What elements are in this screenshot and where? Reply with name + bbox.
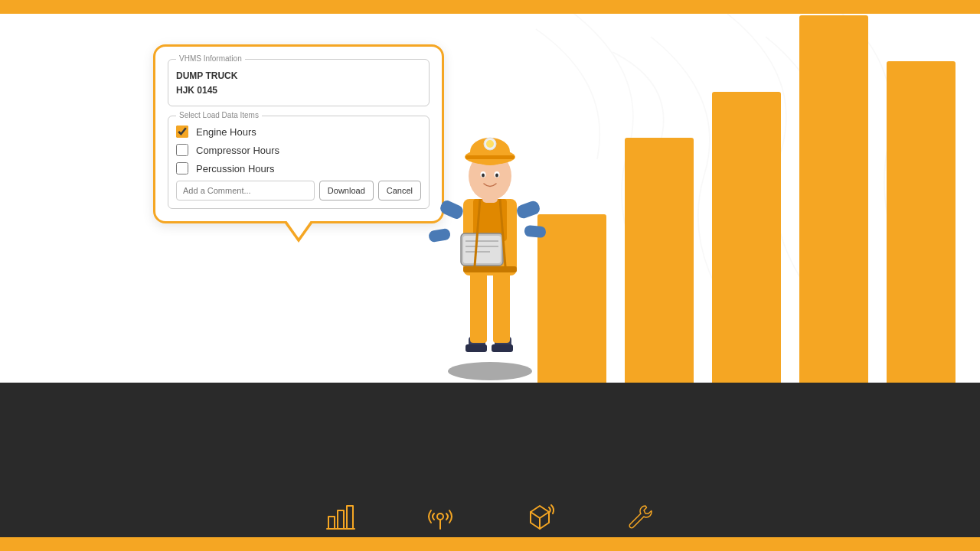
bar-5 (887, 61, 956, 383)
percussion-hours-label[interactable]: Percussion Hours (196, 163, 275, 174)
bottom-nav (0, 497, 980, 536)
svg-line-40 (540, 512, 549, 518)
comment-input[interactable] (176, 181, 315, 201)
action-row: Download Cancel (176, 181, 421, 201)
svg-point-0 (448, 362, 532, 380)
select-section-label: Select Load Data Items (176, 111, 262, 119)
wrench-icon (622, 500, 656, 533)
dialog-container: VHMS Information DUMP TRUCK HJK 0145 Sel… (153, 44, 444, 223)
svg-rect-6 (493, 268, 510, 343)
bar-2 (625, 138, 694, 383)
bar-4 (799, 15, 868, 383)
compressor-hours-label[interactable]: Compressor Hours (196, 145, 279, 156)
worker-illustration (413, 31, 567, 383)
chart-icon (324, 500, 358, 533)
svg-rect-11 (515, 199, 541, 220)
percussion-hours-checkbox[interactable] (176, 162, 188, 174)
compressor-hours-item: Compressor Hours (176, 144, 421, 156)
svg-rect-14 (463, 236, 501, 263)
svg-point-29 (486, 140, 494, 148)
svg-rect-4 (492, 344, 513, 352)
sensor-icon (423, 500, 457, 533)
svg-rect-33 (328, 517, 335, 529)
main-content: VHMS Information DUMP TRUCK HJK 0145 Sel… (0, 14, 980, 383)
bar-3 (712, 92, 781, 383)
svg-point-23 (495, 174, 498, 178)
speech-bubble: VHMS Information DUMP TRUCK HJK 0145 Sel… (153, 44, 444, 223)
sensor-nav-icon[interactable] (421, 497, 459, 536)
svg-rect-35 (347, 506, 353, 529)
select-section: Select Load Data Items Engine Hours Comp… (168, 116, 430, 209)
engine-hours-item: Engine Hours (176, 126, 421, 138)
svg-rect-34 (338, 510, 344, 529)
svg-rect-5 (470, 268, 487, 343)
iot-nav-icon[interactable] (521, 497, 559, 536)
wrench-nav-icon[interactable] (620, 497, 658, 536)
compressor-hours-checkbox[interactable] (176, 144, 188, 156)
vhms-line2: HJK 0145 (176, 83, 421, 98)
svg-rect-10 (428, 228, 451, 243)
chart-nav-icon[interactable] (322, 497, 360, 536)
iot-icon (523, 500, 557, 533)
top-bar (0, 0, 980, 14)
engine-hours-checkbox[interactable] (176, 126, 188, 138)
vhms-info-section: VHMS Information DUMP TRUCK HJK 0145 (168, 59, 430, 106)
svg-point-37 (437, 514, 443, 520)
svg-rect-27 (466, 155, 514, 159)
bottom-bar (0, 537, 980, 551)
percussion-hours-item: Percussion Hours (176, 162, 421, 174)
svg-rect-3 (466, 344, 487, 352)
vhms-line1: DUMP TRUCK (176, 69, 421, 83)
svg-rect-12 (524, 225, 546, 238)
svg-point-22 (482, 174, 485, 178)
download-button[interactable]: Download (319, 181, 374, 201)
svg-rect-30 (463, 266, 517, 272)
bottom-section (0, 383, 980, 551)
svg-rect-9 (439, 199, 466, 221)
engine-hours-label[interactable]: Engine Hours (196, 126, 256, 138)
svg-line-39 (531, 512, 540, 518)
vhms-section-label: VHMS Information (176, 54, 245, 63)
